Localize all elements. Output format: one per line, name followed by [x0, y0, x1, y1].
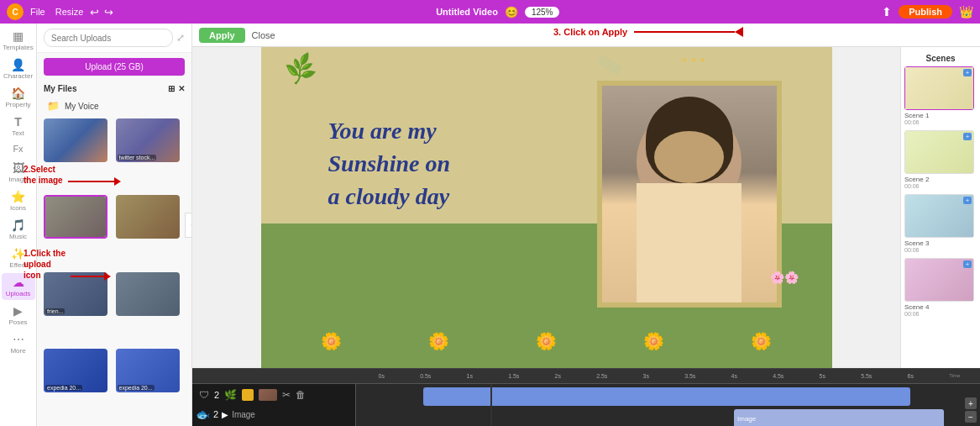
sidebar-label-templates: Templates — [3, 44, 33, 51]
templates-icon: ▦ — [13, 29, 24, 43]
media-thumb-2[interactable]: twitter stock... — [116, 118, 180, 162]
playhead[interactable] — [490, 384, 492, 426]
timeline-track-area[interactable]: Image + − — [356, 384, 980, 426]
scene-item-1[interactable]: + Scene 1 00:06 — [904, 66, 977, 125]
body — [637, 183, 742, 302]
share-button[interactable]: ⬆ — [882, 5, 892, 18]
scene-item-4[interactable]: + Scene 4 00:06 — [904, 258, 977, 317]
shield-icon[interactable]: 🛡 — [199, 389, 209, 401]
apply-button[interactable]: Apply — [199, 28, 245, 43]
upload-button[interactable]: Upload (25 GB) — [44, 58, 185, 76]
media-thumb-6[interactable] — [116, 272, 180, 316]
scene-item-3[interactable]: + Scene 3 00:06 — [904, 194, 977, 253]
poses-icon: ▶ — [13, 304, 23, 318]
app-logo[interactable]: C — [7, 3, 24, 20]
grid-view-icon[interactable]: ⊞ — [168, 84, 175, 93]
canvas-text: You are my Sunshine on a cloudy day — [328, 114, 451, 213]
text-icon: T — [14, 115, 22, 129]
sidebar-label-icons: Icons — [10, 204, 26, 212]
sidebar-item-templates[interactable]: ▦ Templates — [2, 27, 35, 54]
canvas: 🌿 ✦ ✦ ✦ You are my Sunshine on a cloudy … — [261, 47, 832, 368]
thumb-label-8: expedia 20... — [118, 385, 155, 391]
undo-redo: ↩ ↪ — [90, 6, 113, 18]
zoom-in-button[interactable]: + — [965, 397, 977, 409]
close-button[interactable]: Close — [252, 30, 275, 40]
effect-icon: ✨ — [11, 247, 25, 260]
scene-label-2: Scene 2 — [904, 176, 977, 183]
thumb-label-5: frien... — [45, 308, 65, 314]
redo-btn[interactable]: ↪ — [104, 6, 113, 18]
sidebar-item-image[interactable]: 🖼 Image — [2, 159, 35, 186]
my-voice-folder[interactable]: 📁 My Voice — [37, 97, 191, 115]
publish-button[interactable]: Publish — [899, 5, 952, 18]
zoom-level[interactable]: 125% — [525, 7, 560, 18]
scene-label-3: Scene 3 — [904, 239, 977, 247]
panel-collapse-arrow[interactable]: ‹ — [185, 213, 192, 238]
photo-frame[interactable] — [597, 81, 782, 308]
effects-icon: Fx — [13, 144, 23, 154]
dots-decoration: ✦ ✦ ✦ — [681, 55, 706, 65]
media-thumb-3[interactable] — [44, 195, 107, 239]
sidebar-item-property[interactable]: 🏠 Property — [2, 84, 35, 111]
media-thumb-4[interactable] — [116, 195, 180, 239]
image-track-block[interactable]: Image — [734, 409, 944, 426]
sidebar-item-music[interactable]: 🎵 Music — [2, 216, 35, 243]
sidebar-item-effect[interactable]: ✨ Effect — [2, 245, 35, 271]
search-input[interactable] — [44, 29, 173, 47]
document-title: Untitled Video — [436, 7, 498, 17]
tick-2-5s: 2.5s — [580, 373, 625, 379]
scissors-icon[interactable]: ✂ — [282, 389, 291, 401]
apply-annotation: 3. Click on Apply — [553, 27, 743, 37]
zoom-controls: + − — [965, 397, 977, 423]
scene-time-1: 00:06 — [904, 119, 977, 125]
zoom-out-button[interactable]: − — [965, 411, 977, 423]
sidebar-item-icons[interactable]: ⭐ Icons — [2, 187, 35, 214]
undo-btn[interactable]: ↩ — [90, 6, 99, 18]
scene-item-2[interactable]: + Scene 2 00:06 — [904, 130, 977, 189]
media-thumb-7[interactable]: expedia 20... — [44, 349, 107, 392]
media-thumb-5[interactable]: frien... — [44, 272, 107, 316]
sidebar-item-poses[interactable]: ▶ Poses — [2, 302, 35, 329]
close-panel-icon[interactable]: ✕ — [178, 84, 185, 93]
avatar-icon[interactable]: 👑 — [959, 5, 973, 18]
panel-icons: ⊞ ✕ — [168, 84, 185, 93]
play-icon[interactable]: ▶ — [222, 410, 228, 419]
timeline-tracks: 🛡 2 🌿 ✂ 🗑 🐟 2 — [192, 384, 980, 426]
media-thumb-1[interactable] — [44, 118, 107, 162]
tick-1-5s: 1.5s — [492, 373, 537, 379]
menu-file[interactable]: File — [30, 7, 45, 17]
fish-icon[interactable]: 🐟 — [196, 408, 210, 421]
text-line3: a cloudy day — [328, 180, 451, 213]
scene-badge-3: + — [963, 197, 972, 204]
sidebar-item-uploads[interactable]: ☁ Uploads — [2, 273, 35, 300]
main-track-block[interactable] — [423, 387, 910, 406]
thumb-label: twitter stock... — [118, 155, 157, 160]
flower-5: 🌼 — [751, 331, 772, 351]
flower-4: 🌼 — [643, 331, 664, 351]
sidebar-item-effects[interactable]: Fx — [2, 141, 35, 157]
mini-thumb-icon[interactable] — [259, 389, 277, 401]
trash-icon[interactable]: 🗑 — [296, 389, 306, 401]
menu-resize[interactable]: Resize — [55, 7, 84, 17]
tick-5-5s: 5.5s — [845, 373, 889, 379]
scene-badge-1: + — [963, 69, 972, 76]
sidebar-item-character[interactable]: 👤 Character — [2, 55, 35, 82]
scene-badge-2: + — [963, 133, 972, 140]
expand-icon[interactable]: ⤢ — [176, 32, 185, 44]
sidebar-item-more[interactable]: ⋯ More — [2, 330, 35, 357]
sidebar-item-text[interactable]: T Text — [2, 113, 35, 139]
thumb-image-4 — [116, 195, 180, 239]
timeline: 0s 0.5s 1s 1.5s 2s 2.5s 3s 3.5s 4s 4.5s … — [192, 368, 980, 426]
hair — [646, 97, 733, 183]
media-thumb-8[interactable]: expedia 20... — [116, 349, 180, 392]
image-track-label: Image — [737, 415, 756, 423]
face — [654, 131, 724, 183]
scene-time-4: 00:06 — [904, 311, 977, 317]
square-icon[interactable] — [242, 389, 254, 401]
flower-3: 🌼 — [536, 331, 557, 351]
scenes-panel: Scenes + Scene 1 00:06 + — [900, 47, 980, 368]
sidebar-label-music: Music — [9, 233, 27, 240]
uploads-panel: ⤢ Upload (25 GB) My Files ⊞ ✕ 📁 My Voice… — [37, 24, 192, 426]
image-track-label: Image — [232, 410, 255, 419]
scene-time-3: 00:06 — [904, 247, 977, 253]
